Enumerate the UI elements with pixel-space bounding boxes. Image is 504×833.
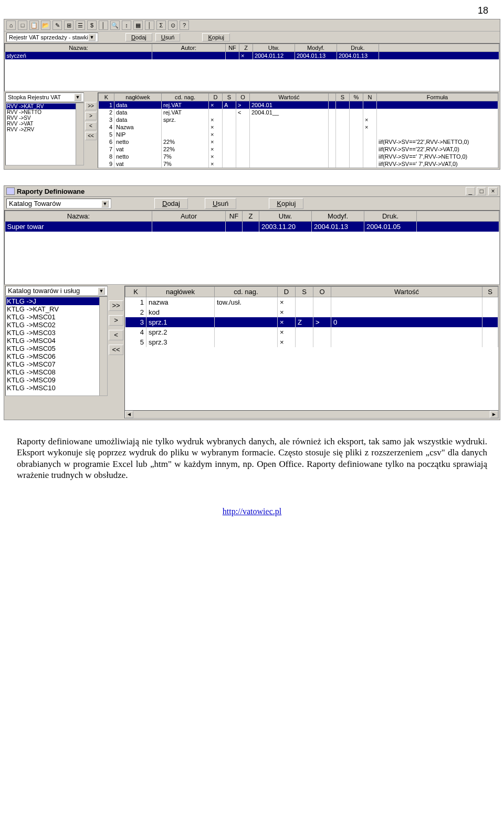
list-item[interactable]: KTLG ->MSC07 <box>6 360 107 368</box>
move-all-right-button[interactable]: >> <box>109 300 123 311</box>
column-header[interactable]: Utw. <box>253 44 295 52</box>
field-list[interactable]: RVV ->KAT_RVRVV ->NETTORVV ->SVRVV ->VAT… <box>5 102 84 165</box>
list-item[interactable]: KTLG ->MSC05 <box>6 345 107 352</box>
column-header[interactable]: NF <box>226 44 239 52</box>
minimize-button[interactable]: _ <box>466 187 475 195</box>
move-left-button[interactable]: < <box>109 330 123 340</box>
column-header[interactable]: Druk. <box>337 44 379 52</box>
column-header[interactable]: Utw. <box>259 211 312 222</box>
list-item[interactable]: KTLG ->MSC03 <box>6 329 107 337</box>
add-button[interactable]: DDodajodaj <box>125 33 152 41</box>
toolbar-icon[interactable]: ↕ <box>122 20 131 30</box>
list-item[interactable]: RVV ->KAT_RV <box>6 103 83 109</box>
list-item[interactable]: KTLG ->J <box>6 297 107 305</box>
table-row[interactable]: 5NIP× <box>99 131 498 138</box>
list-item[interactable]: RVV ->VAT <box>6 121 83 127</box>
delete-button[interactable]: Usuń <box>205 198 236 209</box>
footer-link[interactable]: http://vatowiec.pl <box>223 507 281 516</box>
table-row[interactable]: 3datasprz.×× <box>99 116 498 123</box>
table-row[interactable]: Super towar2003.11.202004.01.132004.01.0… <box>5 222 499 232</box>
column-header[interactable]: Autor <box>152 211 226 222</box>
column-header[interactable]: N <box>363 93 377 101</box>
table-row[interactable]: styczeń×2004.01.122004.01.132004.01.13 <box>5 52 499 60</box>
table-row[interactable]: 4Nazwa×× <box>99 123 498 131</box>
toolbar-icon[interactable]: ? <box>180 20 189 30</box>
scrollbar[interactable] <box>76 103 83 165</box>
column-header[interactable]: Modyf. <box>312 211 364 222</box>
column-header[interactable]: S <box>296 287 313 297</box>
column-header[interactable]: S <box>336 93 350 101</box>
column-header[interactable]: Formuła <box>377 93 498 101</box>
column-header[interactable]: cd. nag. <box>215 287 278 297</box>
add-button[interactable]: Dodaj <box>154 198 188 209</box>
move-right-button[interactable]: > <box>109 315 123 326</box>
list-item[interactable]: KTLG ->MSC04 <box>6 337 107 345</box>
table-row[interactable]: 2kod× <box>125 307 498 317</box>
table-row[interactable]: 7vat22%×iif(RVV->SV=='22',RVV->VAT,0) <box>99 145 498 153</box>
table-row[interactable]: 1datarej.VAT×A>2004.01 <box>99 101 498 109</box>
column-header[interactable]: O <box>236 93 250 101</box>
table-row[interactable]: 5sprz.3× <box>125 337 498 347</box>
column-header[interactable]: Modyf. <box>295 44 337 52</box>
toolbar-icon[interactable]: □ <box>18 20 27 30</box>
move-all-left-button[interactable]: << <box>109 345 123 355</box>
column-header[interactable]: Nazwa: <box>5 44 152 52</box>
column-header[interactable]: NF <box>226 211 243 222</box>
list-item[interactable]: KTLG ->KAT_RV <box>6 305 107 313</box>
list-item[interactable]: KTLG ->MSC08 <box>6 368 107 376</box>
toolbar-icon[interactable]: 🔍 <box>110 20 120 30</box>
column-header[interactable]: S <box>223 93 236 101</box>
list-item[interactable]: KTLG ->MSC09 <box>6 376 107 384</box>
table-row[interactable]: 1nazwatow./usł.× <box>125 297 498 308</box>
move-all-right-button[interactable]: >> <box>85 102 97 110</box>
delete-button[interactable]: Usuń <box>155 33 181 41</box>
table-row[interactable]: 3sprz.1×Z>0 <box>125 317 498 327</box>
toolbar-icon[interactable]: 📋 <box>29 20 39 30</box>
toolbar-icon[interactable]: 📂 <box>41 20 50 30</box>
column-header[interactable]: % <box>350 93 363 101</box>
table-row[interactable]: 2datarej.VAT<2004.01__ <box>99 109 498 116</box>
list-item[interactable]: RVV ->ZRV <box>6 127 83 132</box>
move-all-left-button[interactable]: << <box>85 132 97 140</box>
table-row[interactable]: 4sprz.2× <box>125 327 498 337</box>
list-item[interactable]: RVV ->SV <box>6 115 83 121</box>
list-item[interactable]: RVV ->NETTO <box>6 109 83 115</box>
field-list[interactable]: KTLG ->JKTLG ->KAT_RVKTLG ->MSC01KTLG ->… <box>5 296 108 396</box>
column-header[interactable]: D <box>278 287 296 297</box>
column-header[interactable]: S <box>482 287 498 297</box>
copy-button[interactable]: Kopiuj <box>269 198 303 209</box>
scroll-right-icon[interactable]: ► <box>490 411 498 418</box>
toolbar-icon[interactable]: ▦ <box>133 20 143 30</box>
column-header[interactable]: cd. nag. <box>162 93 209 101</box>
column-header[interactable]: Nazwa: <box>5 211 152 222</box>
toolbar-icon[interactable]: │ <box>145 20 154 30</box>
column-header[interactable]: K <box>125 287 146 297</box>
scrollbar[interactable] <box>99 297 107 395</box>
column-header[interactable]: Wartość <box>331 287 482 297</box>
column-header[interactable]: K <box>99 93 114 101</box>
column-header[interactable]: Druk. <box>364 211 417 222</box>
column-header[interactable]: Wartość <box>250 93 329 101</box>
move-left-button[interactable]: < <box>85 122 97 130</box>
horizontal-scrollbar[interactable]: ◄ ► <box>124 410 499 419</box>
table-row[interactable]: 9vat7%×iif(RVV->SV==' 7',RVV->VAT,0) <box>99 160 498 168</box>
column-header[interactable]: O <box>313 287 331 297</box>
scroll-left-icon[interactable]: ◄ <box>125 411 133 418</box>
list-item[interactable]: KTLG ->MSC10 <box>6 384 107 392</box>
report-type-dropdown[interactable]: Katalog Towarów ▼ <box>6 199 111 209</box>
column-header[interactable]: Autor: <box>152 44 226 52</box>
toolbar-icon[interactable]: ✎ <box>52 20 62 30</box>
column-header[interactable]: Z <box>239 44 253 52</box>
copy-button[interactable]: Kopiuj <box>202 33 230 41</box>
toolbar-icon[interactable]: $ <box>87 20 97 30</box>
table-row[interactable]: 8netto7%×iif(RVV->SV==' 7',RVV->NETTO,0) <box>99 153 498 160</box>
column-header[interactable] <box>329 93 336 101</box>
toolbar-icon[interactable]: ⊞ <box>64 20 74 30</box>
side-dropdown[interactable]: Stopka Rejestru VAT ▼ <box>5 92 84 102</box>
move-right-button[interactable]: > <box>85 112 97 120</box>
column-header[interactable]: nagłówek <box>114 93 162 101</box>
report-type-dropdown[interactable]: Rejestr VAT sprzedaży - stawki ▼ <box>6 33 98 42</box>
list-item[interactable]: KTLG ->MSC02 <box>6 321 107 329</box>
column-header[interactable]: D <box>209 93 223 101</box>
table-row[interactable]: 6netto22%×iif(RVV->SV=='22',RVV->NETTO,0… <box>99 138 498 145</box>
